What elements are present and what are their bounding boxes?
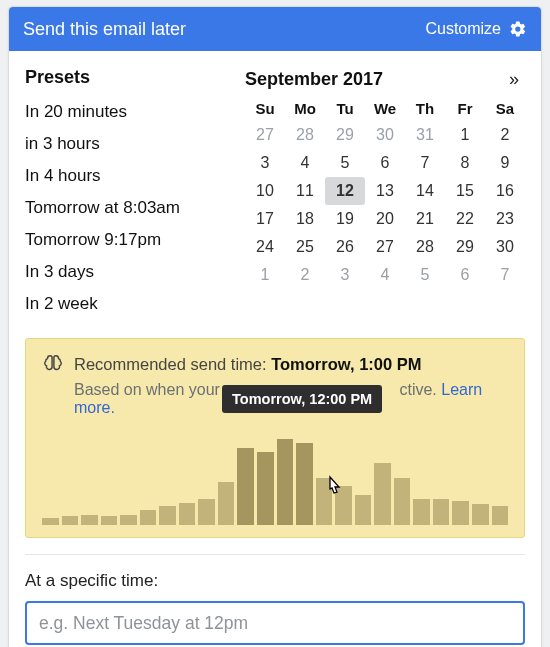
bar-tooltip: Tomorrow, 12:00 PM [222,385,382,413]
activity-bar[interactable] [198,499,215,525]
activity-bar-chart [42,435,508,525]
preset-item[interactable]: in 3 hours [25,128,245,160]
calendar-day[interactable]: 21 [405,205,445,233]
activity-bar[interactable] [218,482,235,525]
activity-bar[interactable] [492,506,509,525]
activity-bar[interactable] [101,516,118,525]
activity-bar[interactable] [277,439,294,525]
activity-bar[interactable] [355,495,372,525]
activity-bar[interactable] [374,463,391,525]
calendar-day[interactable]: 16 [485,177,525,205]
activity-bar[interactable] [159,506,176,525]
recommendation-title: Recommended send time: Tomorrow, 1:00 PM [74,355,422,374]
preset-item[interactable]: Tomorrow at 8:03am [25,192,245,224]
calendar-day[interactable]: 30 [365,121,405,149]
panel-title: Send this email later [23,19,425,40]
calendar-day[interactable]: 7 [405,149,445,177]
activity-bar[interactable] [433,499,450,525]
calendar-dow: Mo [285,96,325,121]
calendar-day[interactable]: 2 [485,121,525,149]
calendar: September 2017 » SuMoTuWeThFrSa 27282930… [245,67,525,320]
recommendation-prefix: Recommended send time: [74,355,271,373]
calendar-day[interactable]: 10 [245,177,285,205]
calendar-day[interactable]: 31 [405,121,445,149]
preset-item[interactable]: Tomorrow 9:17pm [25,224,245,256]
customize-label: Customize [425,20,501,38]
activity-bar[interactable] [237,448,254,525]
preset-item[interactable]: In 4 hours [25,160,245,192]
calendar-day[interactable]: 27 [365,233,405,261]
activity-bar[interactable] [452,501,469,525]
calendar-day[interactable]: 9 [485,149,525,177]
recommendation-value: Tomorrow, 1:00 PM [271,355,421,373]
calendar-title: September 2017 [245,69,503,90]
calendar-day[interactable]: 5 [325,149,365,177]
calendar-day[interactable]: 20 [365,205,405,233]
calendar-day[interactable]: 27 [245,121,285,149]
calendar-next-button[interactable]: » [503,67,525,92]
calendar-day[interactable]: 2 [285,261,325,289]
calendar-day[interactable]: 19 [325,205,365,233]
calendar-day[interactable]: 24 [245,233,285,261]
calendar-day[interactable]: 28 [405,233,445,261]
activity-bar[interactable] [179,503,196,525]
activity-bar[interactable] [257,452,274,525]
calendar-day[interactable]: 11 [285,177,325,205]
calendar-dow: Su [245,96,285,121]
calendar-day[interactable]: 14 [405,177,445,205]
calendar-day[interactable]: 29 [325,121,365,149]
calendar-day[interactable]: 22 [445,205,485,233]
calendar-day[interactable]: 3 [245,149,285,177]
presets-heading: Presets [25,67,245,88]
activity-bar[interactable] [62,516,79,525]
calendar-day[interactable]: 23 [485,205,525,233]
activity-bar[interactable] [296,443,313,525]
activity-bar[interactable] [120,515,137,525]
calendar-day[interactable]: 28 [285,121,325,149]
panel-header: Send this email later Customize [9,7,541,51]
calendar-day[interactable]: 8 [445,149,485,177]
calendar-day[interactable]: 5 [405,261,445,289]
specific-time-label: At a specific time: [25,571,525,591]
calendar-day[interactable]: 29 [445,233,485,261]
calendar-day[interactable]: 6 [365,149,405,177]
cursor-pointer-icon [323,475,345,503]
calendar-dow: Fr [445,96,485,121]
calendar-day[interactable]: 18 [285,205,325,233]
activity-bar[interactable] [413,499,430,525]
preset-item[interactable]: In 20 minutes [25,96,245,128]
activity-bar[interactable] [81,515,98,525]
calendar-day[interactable]: 4 [285,149,325,177]
brain-icon [42,353,64,375]
activity-bar[interactable] [472,504,489,526]
activity-bar[interactable] [140,510,157,525]
activity-bar[interactable] [42,518,59,525]
specific-time-input[interactable] [25,601,525,645]
send-later-panel: Send this email later Customize Presets … [8,6,542,647]
calendar-dow: Sa [485,96,525,121]
calendar-dow: Th [405,96,445,121]
activity-bar[interactable] [394,478,411,525]
calendar-day[interactable]: 17 [245,205,285,233]
calendar-day[interactable]: 4 [365,261,405,289]
calendar-day[interactable]: 3 [325,261,365,289]
calendar-day[interactable]: 25 [285,233,325,261]
calendar-day[interactable]: 26 [325,233,365,261]
calendar-day[interactable]: 30 [485,233,525,261]
gear-icon [509,20,527,38]
recommendation-box: Recommended send time: Tomorrow, 1:00 PM… [25,338,525,538]
calendar-day[interactable]: 15 [445,177,485,205]
calendar-day[interactable]: 6 [445,261,485,289]
calendar-day[interactable]: 13 [365,177,405,205]
calendar-day[interactable]: 7 [485,261,525,289]
preset-item[interactable]: In 3 days [25,256,245,288]
calendar-day[interactable]: 1 [245,261,285,289]
presets: Presets In 20 minutesin 3 hoursIn 4 hour… [25,67,245,320]
customize-button[interactable]: Customize [425,20,527,38]
calendar-dow: We [365,96,405,121]
calendar-day[interactable]: 12 [325,177,365,205]
calendar-day[interactable]: 1 [445,121,485,149]
preset-item[interactable]: In 2 week [25,288,245,320]
calendar-dow: Tu [325,96,365,121]
